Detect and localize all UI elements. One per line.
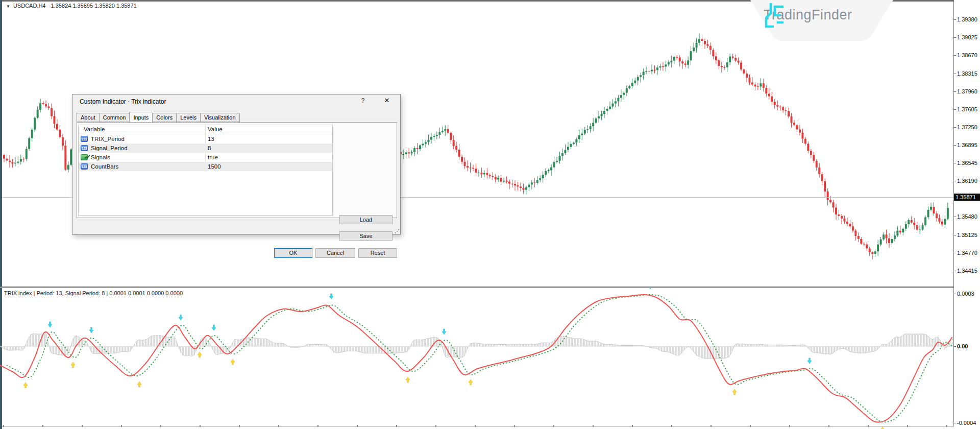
sell-signal-icon: [442, 329, 446, 335]
indicator-axis-label: 0.00: [957, 343, 968, 349]
mt-chart-window: { "window": { "symbol": "USDCAD,H4", "qu…: [0, 0, 980, 429]
tab-common[interactable]: Common: [99, 113, 130, 122]
price-axis-label: 1.36190: [957, 178, 977, 184]
buy-signal-icon: [231, 359, 235, 365]
numeric-param-icon: 123: [81, 163, 88, 170]
price-axis-label: 1.37250: [957, 124, 977, 130]
price-axis-label: 1.39025: [957, 34, 977, 40]
axis-tick: [954, 127, 956, 128]
param-row-trix_period[interactable]: 123TRIX_Period13: [79, 134, 332, 144]
price-axis-label: 1.36545: [957, 160, 977, 166]
load-button[interactable]: Load: [339, 215, 393, 224]
axis-tick: [954, 217, 956, 217]
numeric-param-icon: 123: [81, 145, 88, 151]
custom-indicator-dialog: Custom Indicator - Trix indicator ? ✕ Ab…: [72, 94, 401, 235]
sell-signal-icon: [212, 325, 216, 330]
trix-indicator-chart[interactable]: [0, 288, 952, 429]
param-name: CountBars: [91, 162, 118, 171]
param-row-signals[interactable]: Signalstrue: [79, 153, 332, 162]
brand-logo-icon: [764, 2, 786, 29]
price-axis-label: 1.34415: [957, 268, 977, 274]
bool-param-icon: [81, 154, 88, 160]
axis-tick: [954, 91, 956, 92]
numeric-param-icon: 123: [81, 136, 88, 142]
buy-signal-icon: [880, 427, 885, 429]
axis-tick: [954, 37, 956, 38]
ok-button[interactable]: OK: [274, 248, 312, 258]
param-value[interactable]: 1500: [208, 162, 221, 171]
param-value[interactable]: 13: [208, 134, 214, 144]
axis-tick: [954, 346, 956, 347]
column-header-variable: Variable: [84, 126, 105, 132]
indicator-axis-label: -0.0004: [957, 420, 976, 426]
price-axis-label: 1.36895: [957, 142, 977, 148]
buy-signal-icon: [137, 382, 141, 387]
price-axis-label: 1.34770: [957, 250, 977, 256]
price-axis-label: 1.37605: [957, 106, 977, 112]
panel-splitter[interactable]: [0, 287, 953, 288]
price-axis[interactable]: 1.393801.390251.386701.383151.379601.376…: [954, 0, 980, 429]
axis-tick: [954, 19, 956, 20]
buy-signal-icon: [406, 377, 410, 383]
param-row-countbars[interactable]: 123CountBars1500: [79, 162, 332, 171]
tab-about[interactable]: About: [77, 113, 99, 122]
param-value[interactable]: true: [208, 153, 218, 162]
dialog-title: Custom Indicator - Trix indicator: [80, 98, 166, 105]
save-button[interactable]: Save: [339, 231, 393, 241]
symbol-dropdown-icon[interactable]: ▼: [6, 4, 10, 9]
axis-tick: [954, 423, 956, 423]
price-axis-label: 1.37960: [957, 88, 977, 94]
sell-signal-icon: [179, 315, 183, 320]
axis-tick: [954, 181, 956, 181]
axis-tick: [954, 271, 956, 271]
param-row-signal_period[interactable]: 123Signal_Period8: [79, 144, 332, 153]
indicator-axis-label: 0.0003: [957, 291, 974, 297]
price-axis-label: 1.35480: [957, 213, 977, 220]
price-axis-label: 1.38670: [957, 52, 977, 58]
time-axis-line: [2, 426, 953, 426]
reset-button[interactable]: Reset: [358, 248, 397, 258]
trix-indicator-label: TRIX index | Period: 13, Signal Period: …: [4, 290, 183, 296]
chart-quotes: 1.35824 1.35895 1.35820 1.35871: [51, 3, 137, 9]
sell-signal-icon: [329, 294, 333, 299]
sell-signal-icon: [648, 288, 652, 289]
parameters-table[interactable]: Variable Value 123TRIX_Period13123Signal…: [78, 125, 333, 216]
buy-signal-icon: [71, 362, 75, 368]
sell-signal-icon: [89, 327, 93, 333]
buy-signal-icon: [23, 383, 28, 388]
axis-tick: [954, 145, 956, 146]
price-axis-label: 1.35125: [957, 232, 977, 238]
brand-badge: TradingFinder: [746, 0, 897, 43]
cancel-button[interactable]: Cancel: [315, 248, 355, 258]
chart-symbol: USDCAD,H4: [13, 3, 46, 9]
current-price-tag: 1.35871: [954, 194, 980, 201]
axis-tick: [954, 163, 956, 163]
price-axis-label: 1.38315: [957, 70, 977, 77]
buy-signal-icon: [198, 352, 202, 358]
tab-levels[interactable]: Levels: [176, 113, 200, 122]
dialog-body: Variable Value 123TRIX_Period13123Signal…: [77, 122, 397, 218]
axis-tick: [954, 74, 956, 74]
param-name: TRIX_Period: [91, 134, 125, 144]
axis-tick: [954, 109, 956, 110]
param-value[interactable]: 8: [208, 144, 211, 153]
close-icon[interactable]: ✕: [381, 97, 393, 105]
buy-signal-icon: [469, 379, 473, 385]
param-name: Signal_Period: [91, 144, 128, 153]
axis-tick: [954, 55, 956, 56]
axis-tick: [954, 294, 956, 294]
tab-visualization[interactable]: Visualization: [200, 113, 240, 122]
buy-signal-icon: [732, 389, 737, 395]
tab-colors[interactable]: Colors: [152, 113, 176, 122]
tab-inputs[interactable]: Inputs: [129, 112, 152, 122]
sell-signal-icon: [807, 358, 812, 364]
price-axis-label: 1.39380: [957, 16, 977, 22]
sell-signal-icon: [48, 322, 52, 327]
param-name: Signals: [91, 153, 110, 162]
axis-tick: [954, 253, 956, 253]
axis-tick: [954, 235, 956, 235]
help-icon[interactable]: ?: [358, 97, 368, 105]
resize-grip[interactable]: [395, 229, 399, 233]
chart-title: ▼USDCAD,H41.35824 1.35895 1.35820 1.3587…: [6, 3, 137, 9]
column-header-value: Value: [208, 126, 223, 132]
